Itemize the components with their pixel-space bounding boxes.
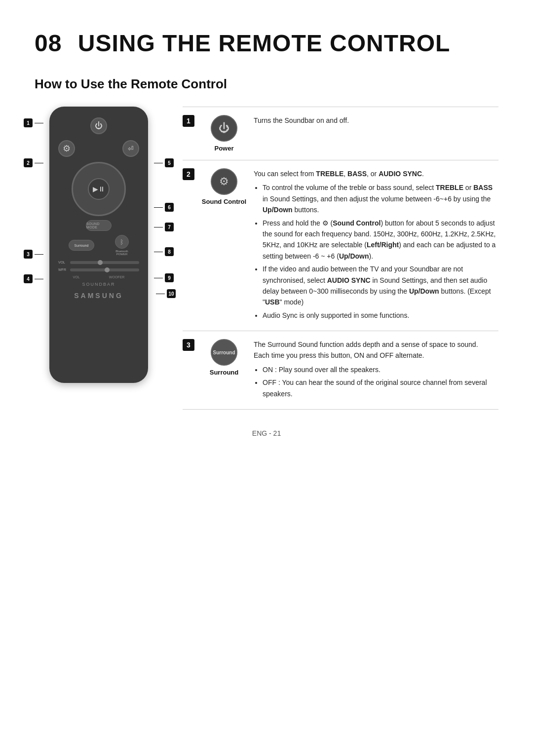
- remote-sound-control-button[interactable]: ⚙: [58, 140, 75, 157]
- soundbar-label: SOUNDBAR: [58, 282, 139, 287]
- vol-label: VOL: [58, 261, 68, 264]
- remote-bluetooth-power[interactable]: ᛒ BluetoothPOWER: [115, 235, 129, 256]
- remote-label-9: 9: [154, 273, 174, 282]
- bt-power-label: BluetoothPOWER: [115, 250, 128, 256]
- bluetooth-icon: ᛒ: [115, 235, 129, 249]
- woofer-track: [70, 268, 139, 271]
- remote-table: 1 ⏻ Power Turns the Soundbar on and off.…: [183, 107, 498, 410]
- remote-label-1: 1: [24, 118, 43, 127]
- power-icon-circle: ⏻: [211, 115, 237, 142]
- row-desc-3: The Surround Sound function adds depth a…: [254, 339, 498, 401]
- remote-dpad-center[interactable]: ▶⏸: [88, 178, 110, 200]
- remote-label-3: 3: [24, 250, 43, 259]
- row-label-3: Surround: [210, 369, 239, 376]
- vol-thumb: [98, 260, 103, 265]
- woofer-thumb: [105, 267, 110, 272]
- remote-surround-bt-row: Surround ᛒ BluetoothPOWER: [58, 235, 139, 256]
- surround-icon-circle: Surround: [211, 339, 237, 366]
- remote-dpad-ring: ▶⏸: [72, 162, 126, 216]
- row-desc-1: Turns the Soundbar on and off.: [254, 115, 498, 129]
- remote-control: 1 2 3 4 5: [49, 107, 148, 383]
- vol-woofer-labels: VOL WOOFER: [58, 275, 139, 279]
- remote-vol-slider[interactable]: VOL: [58, 261, 139, 264]
- remote-wrapper: 1 2 3 4 5: [35, 107, 163, 383]
- table-row-2: 2 ⚙ Sound Control You can select from TR…: [183, 160, 498, 331]
- content-area: 1 2 3 4 5: [35, 107, 498, 410]
- surround-btn-label: Surround: [75, 244, 89, 247]
- remote-input-button[interactable]: ⏎: [122, 140, 139, 157]
- row-icon-label-2: ⚙ Sound Control: [199, 168, 254, 205]
- remote-dpad[interactable]: ▶⏸: [72, 162, 126, 216]
- remote-surround-button[interactable]: Surround: [69, 240, 94, 251]
- row-number-1: 1: [183, 115, 199, 127]
- remote-label-5: 5: [154, 158, 174, 167]
- gear-icon-circle: ⚙: [211, 168, 237, 195]
- remote-label-2: 2: [24, 158, 43, 167]
- woofer-label: WFR: [58, 268, 68, 271]
- row-icon-label-3: Surround Surround: [199, 339, 254, 376]
- samsung-label: SAMSUNG: [58, 292, 139, 300]
- page-title: 08 USING THE REMOTE CONTROL: [35, 30, 498, 57]
- remote-label-4: 4: [24, 274, 43, 283]
- remote-power-button[interactable]: ⏻: [90, 117, 107, 134]
- row-desc-2: You can select from TREBLE, BASS, or AUD…: [254, 168, 498, 323]
- row-label-2: Sound Control: [202, 198, 246, 205]
- remote-woofer-slider[interactable]: WFR: [58, 268, 139, 271]
- page-footer: ENG - 21: [35, 429, 498, 437]
- remote-label-8: 8: [154, 247, 174, 256]
- row-label-1: Power: [214, 145, 233, 152]
- table-row-1: 1 ⏻ Power Turns the Soundbar on and off.: [183, 107, 498, 160]
- section-title: How to Use the Remote Control: [35, 76, 498, 92]
- table-row-3: 3 Surround Surround The Surround Sound f…: [183, 331, 498, 410]
- power-icon: ⏻: [95, 121, 103, 130]
- woofer-text: WOOFER: [109, 275, 125, 279]
- remote-label-7: 7: [154, 223, 174, 231]
- remote-label-6: 6: [154, 203, 174, 212]
- remote-label-10: 10: [156, 289, 176, 298]
- vol-text: VOL: [73, 275, 80, 279]
- sound-mode-label: SOUND MODE: [86, 222, 111, 229]
- vol-track: [70, 261, 139, 264]
- row-number-3: 3: [183, 339, 199, 351]
- remote-sound-mode-button[interactable]: SOUND MODE: [86, 220, 112, 231]
- remote-middle-row: ⚙ ⏎: [58, 140, 139, 157]
- row-icon-label-1: ⏻ Power: [199, 115, 254, 152]
- row-number-2: 2: [183, 168, 199, 180]
- remote-sliders: VOL WFR: [58, 261, 139, 271]
